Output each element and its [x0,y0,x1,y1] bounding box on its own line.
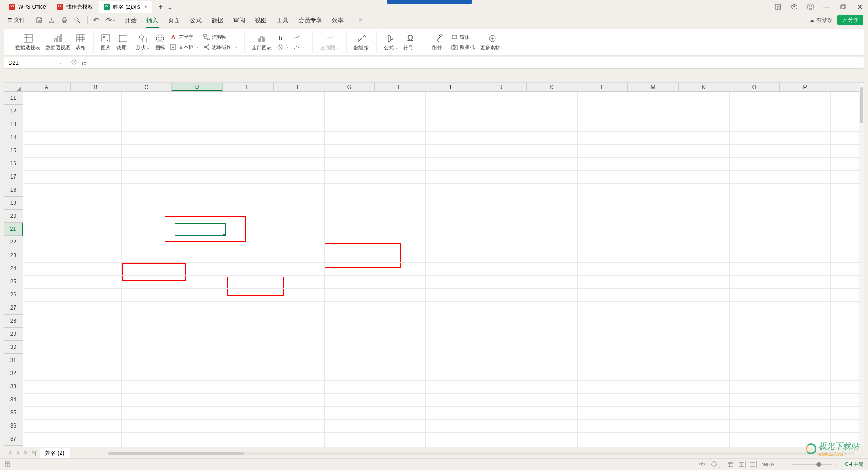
picture-button[interactable]: 图片 [98,33,113,51]
chart-bar-dd[interactable]: ⌄ [274,33,291,42]
ime-indicator[interactable]: CH 中简 [845,461,863,468]
status-icon[interactable] [5,461,11,468]
tab-efficiency[interactable]: 效率 [331,14,344,26]
mindmap-button[interactable]: 思维导图⌄ [201,42,240,52]
row-header[interactable]: 28 [4,315,23,328]
name-box[interactable]: D21 ⌄ [4,60,67,66]
column-header[interactable]: F [274,83,324,91]
chart-line-dd[interactable]: ⌄ [291,33,308,42]
column-header[interactable]: G [324,83,375,91]
tab-file-active[interactable]: 姓名 (2).xls • [99,1,153,13]
vertical-scrollbar[interactable] [859,83,864,447]
row-header[interactable]: 16 [4,157,23,170]
sheet-tab-active[interactable]: 姓名 (2) [40,448,70,458]
zoom-in-button[interactable]: + [835,462,838,467]
tab-start[interactable]: 开始 [124,14,137,26]
row-header[interactable]: 25 [4,275,23,288]
spreadsheet-grid[interactable]: ABCDEFGHIJKLMNOP 11121314151617181920212… [4,82,864,447]
row-header[interactable]: 18 [4,183,23,197]
share-button[interactable]: ↗ 分享 [837,15,863,25]
scroll-thumb[interactable] [108,452,244,455]
sheet-prev-icon[interactable]: < [15,450,20,456]
zoom-level[interactable]: 160% [761,462,774,467]
formula-input[interactable] [91,60,860,66]
pip-icon[interactable] [773,2,783,12]
equation-button[interactable]: x公式⌄ [381,33,401,51]
export-icon[interactable] [47,16,56,24]
tab-formula[interactable]: 公式 [189,14,203,26]
wordart-button[interactable]: A艺术字⌄ [168,33,201,42]
row-header[interactable]: 17 [4,170,23,183]
row-header[interactable]: 34 [4,393,23,406]
zoom-out-button[interactable]: ― [784,462,789,467]
row-header[interactable]: 26 [4,288,23,301]
column-header[interactable]: I [425,83,476,91]
eye-icon[interactable] [698,461,706,469]
row-header[interactable]: 15 [4,144,23,157]
tab-data[interactable]: 数据 [211,14,224,26]
shape-rectangle[interactable] [227,277,284,296]
cancel-fx-icon[interactable] [71,59,77,67]
row-header[interactable]: 22 [4,236,23,249]
table-button[interactable]: 表格 [73,33,89,51]
tab-list-dropdown[interactable]: ⌄ [166,3,173,11]
undo-icon[interactable]: ↶⌄ [94,16,102,24]
row-header[interactable]: 21 [4,223,23,236]
hamburger-menu[interactable]: ☰ 文件 [5,15,28,25]
pivot-table-button[interactable]: 数据透视表 [13,33,43,51]
save-icon[interactable] [35,16,43,24]
object-button[interactable]: 窗体⌄ [449,33,477,42]
column-header[interactable]: L [577,83,628,91]
select-all-corner[interactable] [4,83,23,92]
tab-view[interactable]: 视图 [254,14,268,26]
hyperlink-button[interactable]: 超链接 [351,33,372,51]
user-avatar-icon[interactable] [806,2,816,12]
column-header[interactable]: N [679,83,729,91]
scroll-thumb[interactable] [860,87,863,123]
column-header[interactable]: D [172,83,223,91]
row-header[interactable]: 31 [4,354,23,367]
pivot-chart-button[interactable]: 数据透视图 [43,33,73,51]
column-header[interactable]: H [375,83,425,91]
sheet-last-icon[interactable]: >| [31,450,37,456]
sheet-first-icon[interactable]: |< [6,450,13,456]
tab-insert[interactable]: 插入 [146,14,159,26]
column-header[interactable]: O [729,83,780,91]
tab-tools[interactable]: 工具 [276,14,289,26]
row-header[interactable]: 27 [4,301,23,315]
cube-icon[interactable] [789,2,799,12]
row-header[interactable]: 24 [4,262,23,275]
view-normal-icon[interactable] [726,461,735,468]
column-header[interactable]: M [628,83,679,91]
fx-icon[interactable]: fx [82,60,86,66]
horizontal-scrollbar[interactable] [90,451,855,455]
minimize-button[interactable]: ― [822,2,832,12]
close-button[interactable]: ✕ [854,2,864,12]
column-header[interactable]: K [527,83,577,91]
focus-icon[interactable]: ⌄ [710,461,722,469]
all-charts-button[interactable]: 全部图表 [249,33,274,51]
row-header[interactable]: 20 [4,210,23,223]
camera-button[interactable]: 照相机 [449,42,477,52]
print-preview-icon[interactable] [73,16,81,24]
zoom-slider[interactable] [792,464,832,465]
maximize-button[interactable] [838,2,848,12]
cells-area[interactable] [23,92,859,447]
chart-scatter-dd[interactable]: ⌄ [291,42,308,52]
row-header[interactable]: 19 [4,197,23,210]
chart-pie-dd[interactable]: ⌄ [274,42,291,52]
row-header[interactable]: 29 [4,328,23,341]
row-header[interactable]: 12 [4,105,23,118]
attachment-button[interactable]: 附件⌄ [429,33,449,51]
view-page-icon[interactable] [737,461,746,468]
icon-button[interactable]: 图标 [152,33,168,51]
tab-review[interactable]: 审阅 [232,14,246,26]
column-header[interactable]: B [71,83,121,91]
column-header[interactable]: A [23,83,71,91]
row-header[interactable]: 36 [4,419,23,432]
textbox-button[interactable]: A文本框⌄ [168,42,201,52]
print-icon[interactable] [60,16,68,24]
modified-indicator[interactable]: ☁ 有修改 [809,16,833,24]
symbol-button[interactable]: Ω符号⌄ [401,33,420,51]
zoom-thumb[interactable] [816,462,821,467]
